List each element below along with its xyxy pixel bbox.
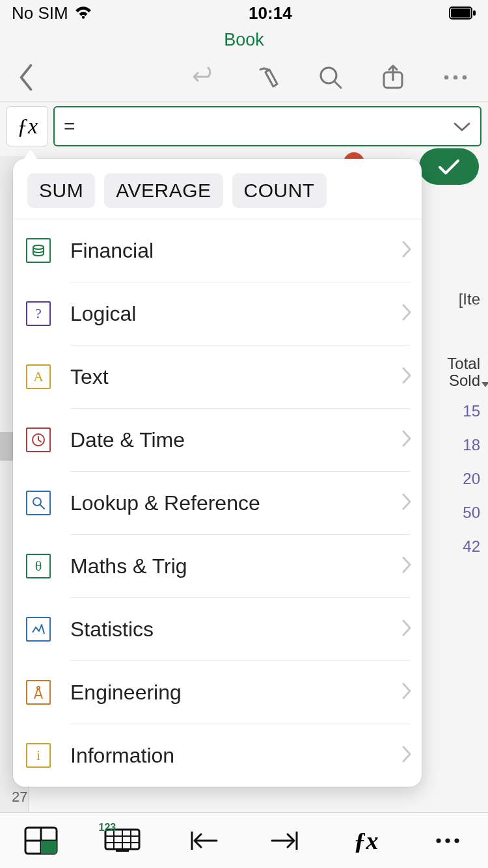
wifi-icon [75,3,92,23]
carrier-label: No SIM [12,3,68,23]
chevron-right-icon [401,239,422,262]
search-button[interactable] [318,64,344,90]
svg-rect-16 [41,841,57,854]
undo-button[interactable] [191,64,219,90]
toolbar [0,53,488,102]
cell-value: 42 [463,537,488,556]
category-statistics[interactable]: Statistics [13,598,422,660]
category-maths-trig[interactable]: θMaths & Trig [13,535,422,597]
svg-rect-2 [451,8,470,18]
category-label: Logical [70,302,401,326]
svg-point-12 [37,686,40,689]
accept-button[interactable] [419,148,479,185]
A-icon: A [26,364,51,389]
quick-functions-row: SUM AVERAGE COUNT [13,159,422,219]
sheet-view-button[interactable] [15,826,67,855]
category-label: Maths & Trig [70,554,401,578]
clock-icon [26,427,51,452]
col-header-fragment: [Ite [459,290,488,308]
expand-formula-icon[interactable] [453,115,471,137]
chevron-right-icon [401,366,422,388]
svg-point-0 [82,16,85,18]
svg-point-7 [454,75,458,79]
svg-point-27 [445,838,450,843]
θ-icon: θ [26,554,51,578]
quick-fn-count[interactable]: COUNT [232,173,327,208]
category-engineering[interactable]: Engineering [13,661,422,724]
more-button[interactable] [442,64,468,90]
category-label: Lookup & Reference [70,491,401,515]
formula-value: = [64,115,453,137]
coins-icon [26,238,51,263]
cell-value: 18 [463,436,488,454]
num-label: 123 [99,822,116,834]
chevron-right-icon [401,555,422,577]
category-logical[interactable]: ?Logical [13,282,422,345]
svg-point-26 [436,838,441,843]
chevron-right-icon [401,429,422,451]
move-end-button[interactable] [259,829,311,852]
chevron-right-icon [401,618,422,640]
compass-icon [26,680,51,705]
function-popover: SUM AVERAGE COUNT Financial?LogicalAText… [13,159,422,787]
category-label: Date & Time [70,428,401,452]
category-lookup-reference[interactable]: Lookup & Reference [13,472,422,534]
svg-point-11 [33,498,41,506]
category-financial[interactable]: Financial [13,219,422,282]
filter-icon[interactable] [481,382,488,387]
chevron-right-icon [401,681,422,703]
clock-label: 10:14 [92,3,449,23]
spark-icon [26,617,51,642]
svg-point-6 [444,75,449,79]
col-header: TotalSold [423,355,488,390]
document-title: Book [0,26,488,53]
chevron-right-icon [401,744,422,766]
numeric-keyboard-button[interactable]: 123 [96,828,148,853]
svg-rect-23 [116,849,129,852]
cell-value: 20 [463,470,488,488]
battery-icon [449,7,476,20]
edit-icon[interactable] [255,64,281,90]
bottom-toolbar: 123 ƒx [0,812,488,868]
svg-rect-3 [473,10,476,16]
svg-point-8 [463,75,467,79]
category-date-time[interactable]: Date & Time [13,409,422,471]
category-label: Engineering [70,681,401,705]
formula-bar: ƒx = [0,102,488,151]
formula-input[interactable]: = [53,106,481,146]
svg-point-28 [454,838,459,843]
category-label: Text [70,365,401,389]
quick-fn-sum[interactable]: SUM [27,173,95,208]
category-label: Financial [70,239,401,263]
more-bottom-button[interactable] [422,837,474,845]
category-information[interactable]: iInformation [13,724,422,787]
row-selection-marker [0,432,13,461]
share-button[interactable] [380,64,406,90]
move-start-button[interactable] [178,829,230,852]
function-keyboard-button[interactable]: ƒx [340,826,392,855]
back-button[interactable] [18,64,34,91]
i-icon: i [26,743,51,768]
quick-fn-average[interactable]: AVERAGE [104,173,223,208]
category-text[interactable]: AText [13,346,422,408]
category-label: Statistics [70,617,401,642]
svg-point-9 [33,245,44,249]
?-icon: ? [26,301,51,326]
search-icon [26,491,51,515]
chevron-right-icon [401,303,422,325]
fx-button[interactable]: ƒx [7,106,48,146]
status-bar: No SIM 10:14 [0,0,488,26]
cell-value: 50 [463,504,488,522]
category-label: Information [70,744,401,768]
cell-value: 15 [463,402,488,420]
row-number: 27 [12,789,27,806]
chevron-right-icon [401,492,422,514]
